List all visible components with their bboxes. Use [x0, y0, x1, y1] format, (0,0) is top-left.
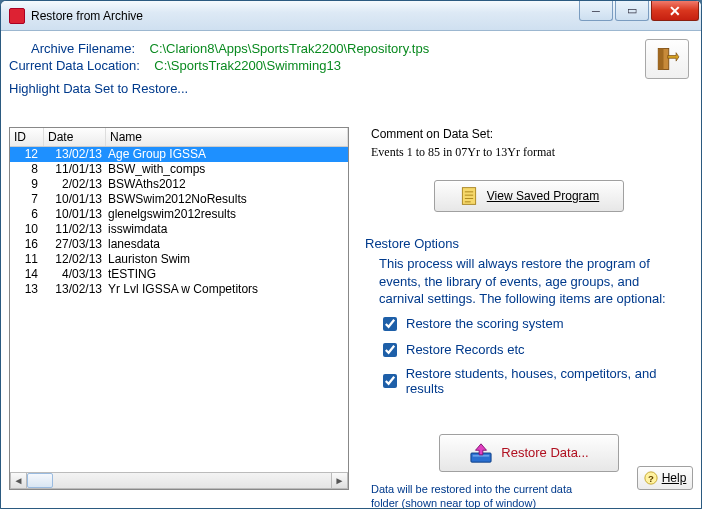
- minimize-button[interactable]: ─: [579, 1, 613, 21]
- dataset-list[interactable]: ID Date Name 1213/02/13Age Group IGSSA81…: [9, 127, 349, 490]
- cell-id: 6: [10, 207, 44, 222]
- restore-records-input[interactable]: [383, 343, 397, 357]
- table-row[interactable]: 710/01/13BSWSwim2012NoResults: [10, 192, 348, 207]
- scroll-track[interactable]: [27, 472, 331, 489]
- table-row[interactable]: 811/01/13BSW_with_comps: [10, 162, 348, 177]
- cell-name: BSW_with_comps: [106, 162, 348, 177]
- help-button[interactable]: ? Help: [637, 466, 693, 490]
- header-info: Archive Filename: C:\Clarion8\Apps\Sport…: [9, 41, 693, 73]
- cell-id: 14: [10, 267, 44, 282]
- restore-data-button[interactable]: Restore Data...: [439, 434, 619, 472]
- cell-id: 13: [10, 282, 44, 297]
- table-row[interactable]: 92/02/13BSWAths2012: [10, 177, 348, 192]
- data-location-label: Current Data Location:: [9, 58, 140, 73]
- window: Restore from Archive ─ ▭ ✕ Archive Filen…: [0, 0, 702, 509]
- cell-date: 11/01/13: [44, 162, 106, 177]
- cell-date: 10/01/13: [44, 207, 106, 222]
- restore-options-title: Restore Options: [365, 236, 693, 251]
- restore-options-description: This process will always restore the pro…: [379, 255, 679, 308]
- table-row[interactable]: 1313/02/13Yr Lvl IGSSA w Competitors: [10, 282, 348, 297]
- document-icon: [459, 185, 479, 207]
- cell-id: 9: [10, 177, 44, 192]
- exit-button[interactable]: [645, 39, 689, 79]
- cell-name: Yr Lvl IGSSA w Competitors: [106, 282, 348, 297]
- cell-id: 10: [10, 222, 44, 237]
- svg-rect-1: [658, 49, 663, 70]
- cell-id: 11: [10, 252, 44, 267]
- cell-date: 13/02/13: [44, 147, 106, 162]
- view-saved-program-button[interactable]: View Saved Program: [434, 180, 624, 212]
- cell-date: 11/02/13: [44, 222, 106, 237]
- col-header-id[interactable]: ID: [10, 128, 44, 146]
- cell-date: 4/03/13: [44, 267, 106, 282]
- view-saved-program-label: View Saved Program: [487, 189, 600, 203]
- scroll-left-button[interactable]: ◄: [10, 472, 27, 489]
- cell-name: isswimdata: [106, 222, 348, 237]
- restore-icon: [469, 442, 493, 464]
- client-area: Archive Filename: C:\Clarion8\Apps\Sport…: [9, 39, 693, 500]
- cell-name: tESTING: [106, 267, 348, 282]
- restore-students-label: Restore students, houses, competitors, a…: [406, 366, 693, 396]
- restore-scoring-input[interactable]: [383, 317, 397, 331]
- cell-date: 12/02/13: [44, 252, 106, 267]
- restore-students-input[interactable]: [383, 374, 397, 388]
- cell-name: BSWAths2012: [106, 177, 348, 192]
- comment-label: Comment on Data Set:: [371, 127, 693, 141]
- cell-name: glenelgswim2012results: [106, 207, 348, 222]
- restore-records-checkbox[interactable]: Restore Records etc: [379, 340, 693, 360]
- archive-filename-value: C:\Clarion8\Apps\SportsTrak2200\Reposito…: [150, 41, 430, 56]
- table-row[interactable]: 610/01/13glenelgswim2012results: [10, 207, 348, 222]
- list-body: 1213/02/13Age Group IGSSA811/01/13BSW_wi…: [10, 147, 348, 297]
- cell-id: 8: [10, 162, 44, 177]
- table-row[interactable]: 1112/02/13Lauriston Swim: [10, 252, 348, 267]
- col-header-name[interactable]: Name: [106, 128, 348, 146]
- close-button[interactable]: ✕: [651, 1, 699, 21]
- table-row[interactable]: 1011/02/13isswimdata: [10, 222, 348, 237]
- cell-id: 16: [10, 237, 44, 252]
- right-panel: Comment on Data Set: View Saved Program …: [365, 127, 693, 490]
- help-label: Help: [662, 471, 687, 485]
- window-controls: ─ ▭ ✕: [577, 1, 699, 21]
- horizontal-scrollbar[interactable]: ◄ ►: [10, 472, 348, 489]
- table-row[interactable]: 1627/03/13lanesdata: [10, 237, 348, 252]
- table-row[interactable]: 1213/02/13Age Group IGSSA: [10, 147, 348, 162]
- cell-name: Lauriston Swim: [106, 252, 348, 267]
- cell-name: BSWSwim2012NoResults: [106, 192, 348, 207]
- scroll-right-button[interactable]: ►: [331, 472, 348, 489]
- door-exit-icon: [653, 45, 681, 73]
- data-location-value: C:\SportsTrak2200\Swimming13: [154, 58, 341, 73]
- list-header: ID Date Name: [10, 128, 348, 147]
- col-header-date[interactable]: Date: [44, 128, 106, 146]
- svg-text:?: ?: [648, 473, 654, 484]
- cell-date: 10/01/13: [44, 192, 106, 207]
- cell-id: 7: [10, 192, 44, 207]
- cell-name: lanesdata: [106, 237, 348, 252]
- cell-date: 27/03/13: [44, 237, 106, 252]
- restore-records-label: Restore Records etc: [406, 342, 525, 357]
- restore-note: Data will be restored into the current d…: [371, 482, 601, 509]
- scroll-thumb[interactable]: [27, 473, 53, 488]
- highlight-instruction: Highlight Data Set to Restore...: [9, 81, 693, 96]
- comment-input[interactable]: [371, 143, 671, 162]
- restore-scoring-label: Restore the scoring system: [406, 316, 564, 331]
- help-icon: ?: [644, 471, 658, 485]
- cell-name: Age Group IGSSA: [106, 147, 348, 162]
- maximize-button[interactable]: ▭: [615, 1, 649, 21]
- restore-scoring-checkbox[interactable]: Restore the scoring system: [379, 314, 693, 334]
- cell-date: 13/02/13: [44, 282, 106, 297]
- comment-section: Comment on Data Set:: [371, 127, 693, 162]
- title-bar: Restore from Archive ─ ▭ ✕: [1, 1, 701, 31]
- window-title: Restore from Archive: [31, 9, 143, 23]
- table-row[interactable]: 144/03/13tESTING: [10, 267, 348, 282]
- cell-id: 12: [10, 147, 44, 162]
- restore-data-label: Restore Data...: [501, 445, 588, 460]
- restore-students-checkbox[interactable]: Restore students, houses, competitors, a…: [379, 366, 693, 396]
- archive-filename-label: Archive Filename:: [31, 41, 135, 56]
- cell-date: 2/02/13: [44, 177, 106, 192]
- app-icon: [9, 8, 25, 24]
